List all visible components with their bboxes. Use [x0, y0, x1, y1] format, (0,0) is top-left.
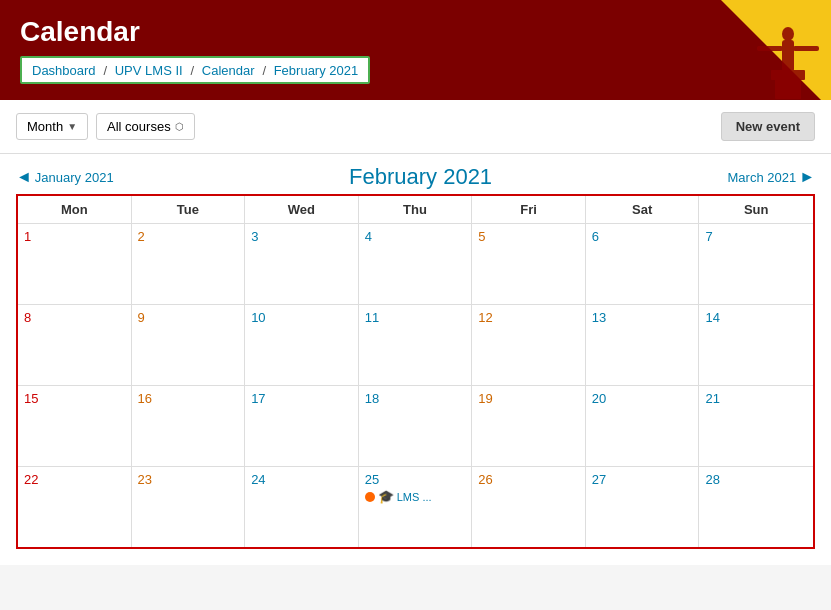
day-6[interactable]: 6 [586, 224, 700, 304]
day-27[interactable]: 27 [586, 467, 700, 547]
breadcrumb-sep-2: / [191, 63, 198, 78]
col-header-fri: Fri [472, 196, 586, 224]
day-24[interactable]: 24 [245, 467, 359, 547]
breadcrumb-sep-1: / [104, 63, 111, 78]
col-header-sat: Sat [586, 196, 700, 224]
breadcrumb-sep-3: / [262, 63, 269, 78]
week-row-2: 8 9 10 11 12 13 14 [18, 304, 813, 385]
header-decoration [671, 0, 831, 100]
graduation-icon: 🎓 [378, 489, 394, 504]
month-arrow-icon: ▼ [67, 121, 77, 132]
day-14[interactable]: 14 [699, 305, 813, 385]
month-label: Month [27, 119, 63, 134]
day-1[interactable]: 1 [18, 224, 132, 304]
day-22[interactable]: 22 [18, 467, 132, 547]
month-navigation: ◄ January 2021 February 2021 March 2021 … [16, 154, 815, 194]
day-9[interactable]: 9 [132, 305, 246, 385]
toolbar: Month ▼ All courses ⬡ New event [0, 100, 831, 154]
breadcrumb-current: February 2021 [274, 63, 359, 78]
day-16[interactable]: 16 [132, 386, 246, 466]
courses-arrow-icon: ⬡ [175, 121, 184, 132]
current-month-title: February 2021 [349, 164, 492, 190]
toolbar-left: Month ▼ All courses ⬡ [16, 113, 195, 140]
day-13[interactable]: 13 [586, 305, 700, 385]
breadcrumb: Dashboard / UPV LMS II / Calendar / Febr… [20, 56, 370, 84]
next-arrow-icon: ► [799, 168, 815, 186]
col-header-sun: Sun [699, 196, 813, 224]
svg-rect-4 [757, 46, 783, 51]
prev-arrow-icon: ◄ [16, 168, 32, 186]
page-header: Calendar Dashboard / UPV LMS II / Calend… [0, 0, 831, 100]
svg-rect-0 [775, 77, 801, 99]
courses-label: All courses [107, 119, 171, 134]
day-12[interactable]: 12 [472, 305, 586, 385]
col-header-mon: Mon [18, 196, 132, 224]
day-23[interactable]: 23 [132, 467, 246, 547]
svg-rect-6 [781, 70, 787, 72]
breadcrumb-calendar[interactable]: Calendar [202, 63, 255, 78]
week-row-4: 22 23 24 25 🎓 LMS ... 26 27 28 [18, 466, 813, 547]
next-month-label: March 2021 [728, 170, 797, 185]
week-row-3: 15 16 17 18 19 20 21 [18, 385, 813, 466]
day-5[interactable]: 5 [472, 224, 586, 304]
event-dot-icon [365, 492, 375, 502]
svg-point-3 [782, 27, 794, 41]
day-7[interactable]: 7 [699, 224, 813, 304]
breadcrumb-lms[interactable]: UPV LMS II [115, 63, 183, 78]
col-header-tue: Tue [132, 196, 246, 224]
day-25[interactable]: 25 🎓 LMS ... [359, 467, 473, 547]
statue-icon [753, 2, 823, 100]
week-row-1: 1 2 3 4 5 6 7 [18, 224, 813, 304]
prev-month-label: January 2021 [35, 170, 114, 185]
event-item-25[interactable]: 🎓 LMS ... [365, 489, 466, 504]
day-11[interactable]: 11 [359, 305, 473, 385]
day-26[interactable]: 26 [472, 467, 586, 547]
calendar-weeks: 1 2 3 4 5 6 7 8 9 10 11 12 13 14 15 [18, 224, 813, 547]
day-8[interactable]: 8 [18, 305, 132, 385]
svg-rect-5 [793, 46, 819, 51]
day-3[interactable]: 3 [245, 224, 359, 304]
next-month-button[interactable]: March 2021 ► [728, 168, 816, 186]
col-header-wed: Wed [245, 196, 359, 224]
day-20[interactable]: 20 [586, 386, 700, 466]
day-15[interactable]: 15 [18, 386, 132, 466]
breadcrumb-dashboard[interactable]: Dashboard [32, 63, 96, 78]
courses-selector[interactable]: All courses ⬡ [96, 113, 195, 140]
month-selector[interactable]: Month ▼ [16, 113, 88, 140]
new-event-button[interactable]: New event [721, 112, 815, 141]
day-2[interactable]: 2 [132, 224, 246, 304]
col-header-thu: Thu [359, 196, 473, 224]
day-4[interactable]: 4 [359, 224, 473, 304]
day-28[interactable]: 28 [699, 467, 813, 547]
day-10[interactable]: 10 [245, 305, 359, 385]
event-label: LMS ... [397, 491, 432, 503]
prev-month-button[interactable]: ◄ January 2021 [16, 168, 114, 186]
day-19[interactable]: 19 [472, 386, 586, 466]
calendar-header-row: Mon Tue Wed Thu Fri Sat Sun [18, 196, 813, 224]
day-17[interactable]: 17 [245, 386, 359, 466]
calendar-container: ◄ January 2021 February 2021 March 2021 … [0, 154, 831, 565]
calendar-grid: Mon Tue Wed Thu Fri Sat Sun 1 2 3 4 5 6 … [16, 194, 815, 549]
day-18[interactable]: 18 [359, 386, 473, 466]
svg-rect-2 [782, 40, 794, 72]
day-21[interactable]: 21 [699, 386, 813, 466]
svg-rect-7 [789, 70, 795, 72]
